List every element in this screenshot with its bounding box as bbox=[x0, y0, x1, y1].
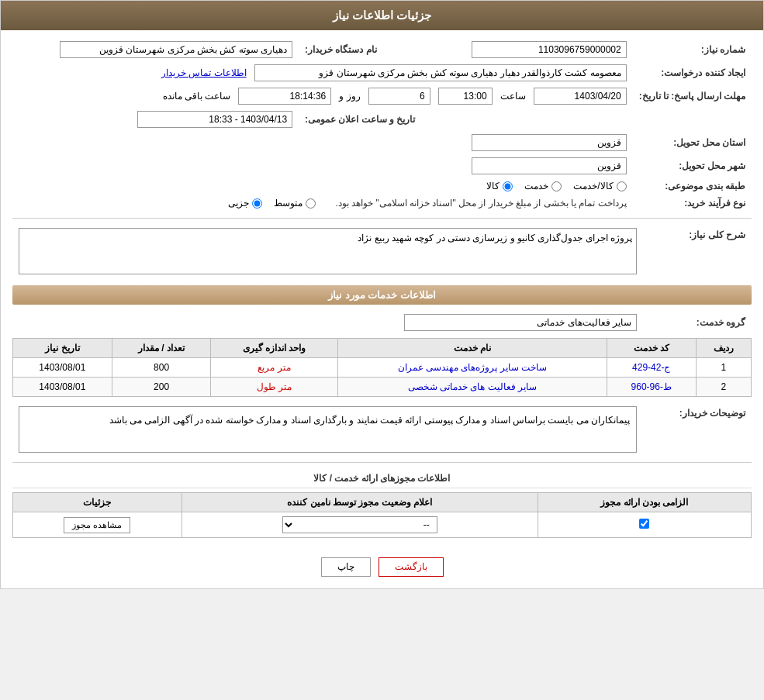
deadline-days: 6 bbox=[368, 88, 430, 105]
province-display: قزوین bbox=[472, 134, 627, 151]
creator-display: معصومه کشت کارذوالقدر دهیار دهیاری سوته … bbox=[254, 64, 627, 81]
services-section-title: اطلاعات خدمات مورد نیاز bbox=[12, 285, 752, 305]
license-table: الزامی بودن ارائه مجوز اعلام وضعیت مجوز … bbox=[12, 492, 752, 538]
city-display: قزوین bbox=[472, 157, 627, 174]
announcement-value: 1403/04/13 - 18:33 bbox=[12, 108, 299, 131]
deadline-row: 1403/04/20 ساعت 13:00 6 روز و 18:14:36 س… bbox=[12, 84, 633, 108]
license-required-cell bbox=[538, 512, 751, 538]
need-number-value: 1103096759000002 bbox=[437, 38, 632, 61]
buyer-notes-cell: پیمانکاران می بایست براساس اسناد و مدارک… bbox=[12, 403, 643, 456]
col-required: الزامی بودن ارائه مجوز bbox=[538, 493, 751, 512]
radio-kala-service[interactable]: کالا/خدمت bbox=[573, 181, 626, 191]
process-note: پرداخت تمام یا بخشی از مبلغ خریدار از مح… bbox=[335, 198, 626, 209]
view-license-button[interactable]: مشاهده مجوز bbox=[64, 517, 130, 533]
page-wrapper: جزئیات اطلاعات نیاز شماره نیاز: 11030967… bbox=[0, 0, 764, 589]
cell-unit: متر مربع bbox=[211, 358, 338, 378]
cell-num: 2 bbox=[696, 378, 751, 397]
col-service-code: کد خدمت bbox=[607, 339, 696, 358]
radio-kala-service-label: کالا/خدمت bbox=[573, 181, 613, 191]
buyer-notes-label: توضیحات خریدار: bbox=[643, 403, 752, 456]
main-content: شماره نیاز: 1103096759000002 نام دستگاه … bbox=[1, 30, 763, 546]
buyer-org-label: نام دستگاه خریدار: bbox=[299, 38, 421, 61]
deadline-remaining-label: ساعت باقی مانده bbox=[163, 91, 231, 102]
process-label: نوع فرآیند خرید: bbox=[633, 195, 752, 212]
radio-service[interactable]: خدمت bbox=[524, 181, 562, 191]
announcement-display: 1403/04/13 - 18:33 bbox=[137, 111, 292, 128]
description-table: شرح کلی نیاز: پروژه اجرای جدول‌گذاری کان… bbox=[12, 225, 752, 278]
cell-code: ج-42-429 bbox=[607, 358, 696, 378]
service-group-value: سایر فعالیت‌های خدماتی bbox=[12, 311, 643, 334]
deadline-label: مهلت ارسال پاسخ: تا تاریخ: bbox=[633, 84, 752, 108]
deadline-time: 13:00 bbox=[438, 88, 493, 105]
city-value: قزوین bbox=[12, 154, 633, 178]
cell-date: 1403/08/01 bbox=[13, 378, 112, 397]
buyer-org-value: دهیاری سوته کش بخش مرکزی شهرستان قزوین bbox=[12, 38, 299, 61]
cell-quantity: 200 bbox=[112, 378, 211, 397]
license-status-select[interactable]: -- bbox=[282, 516, 437, 533]
service-group-table: گروه خدمت: سایر فعالیت‌های خدماتی bbox=[12, 311, 752, 334]
radio-minor-label: جزیی bbox=[228, 198, 249, 209]
cell-unit: متر طول bbox=[211, 378, 338, 397]
cell-num: 1 bbox=[696, 358, 751, 378]
divider-1 bbox=[12, 218, 752, 219]
contact-link[interactable]: اطلاعات تماس خریدار bbox=[161, 67, 247, 78]
need-number-label: شماره نیاز: bbox=[633, 38, 752, 61]
cell-date: 1403/08/01 bbox=[13, 358, 112, 378]
license-row: -- مشاهده مجوز bbox=[13, 512, 752, 538]
creator-label: ایجاد کننده درخواست: bbox=[633, 61, 752, 84]
creator-value: معصومه کشت کارذوالقدر دهیار دهیاری سوته … bbox=[12, 61, 633, 84]
buyer-notes-text: پیمانکاران می بایست براساس اسناد و مدارک… bbox=[19, 406, 637, 453]
license-details-cell: مشاهده مجوز bbox=[13, 512, 182, 538]
col-details: جزئیات bbox=[13, 493, 182, 512]
cell-name: سایر فعالیت های خدماتی شخصی bbox=[337, 378, 607, 397]
col-quantity: تعداد / مقدار bbox=[112, 339, 211, 358]
radio-service-input[interactable] bbox=[551, 181, 562, 191]
service-group-display: سایر فعالیت‌های خدماتی bbox=[404, 314, 637, 331]
col-date: تاریخ نیاز bbox=[13, 339, 112, 358]
description-cell: پروژه اجرای جدول‌گذاری کانیو و زیرسازی د… bbox=[12, 225, 643, 278]
radio-kala[interactable]: کالا bbox=[486, 181, 513, 191]
col-unit: واحد اندازه گیری bbox=[211, 339, 338, 358]
col-row-num: ردیف bbox=[696, 339, 751, 358]
radio-medium[interactable]: متوسط bbox=[274, 198, 316, 209]
back-button[interactable]: بازگشت bbox=[379, 557, 444, 577]
deadline-date: 1403/04/20 bbox=[534, 88, 627, 105]
cell-quantity: 800 bbox=[112, 358, 211, 378]
province-value: قزوین bbox=[12, 131, 633, 154]
radio-service-label: خدمت bbox=[524, 181, 548, 191]
buyer-org-display: دهیاری سوته کش بخش مرکزی شهرستان قزوین bbox=[60, 41, 292, 58]
print-button[interactable]: چاپ bbox=[321, 557, 371, 577]
process-row: پرداخت تمام یا بخشی از مبلغ خریدار از مح… bbox=[12, 195, 633, 212]
radio-medium-label: متوسط bbox=[274, 198, 302, 209]
main-info-table: شماره نیاز: 1103096759000002 نام دستگاه … bbox=[12, 38, 752, 212]
license-sub-title: اطلاعات مجوزهای ارائه خدمت / کالا bbox=[12, 469, 752, 488]
license-required-checkbox[interactable] bbox=[639, 519, 649, 529]
category-row: کالا/خدمت خدمت کالا bbox=[12, 178, 633, 195]
notes-table: توضیحات خریدار: پیمانکاران می بایست براس… bbox=[12, 403, 752, 456]
services-table: ردیف کد خدمت نام خدمت واحد اندازه گیری ت… bbox=[12, 338, 752, 397]
announcement-label: تاریخ و ساعت اعلان عمومی: bbox=[299, 108, 421, 131]
city-label: شهر محل تحویل: bbox=[633, 154, 752, 178]
need-number-display: 1103096759000002 bbox=[472, 41, 627, 58]
category-label: طبقه بندی موضوعی: bbox=[633, 178, 752, 195]
description-text: پروژه اجرای جدول‌گذاری کانیو و زیرسازی د… bbox=[19, 228, 637, 274]
divider-2 bbox=[12, 462, 752, 463]
col-status: اعلام وضعیت مجوز توسط نامین کننده bbox=[181, 493, 538, 512]
description-label: شرح کلی نیاز: bbox=[643, 225, 752, 278]
cell-code: ط-96-960 bbox=[607, 378, 696, 397]
license-status-cell: -- bbox=[181, 512, 538, 538]
col-service-name: نام خدمت bbox=[337, 339, 607, 358]
radio-minor-input[interactable] bbox=[252, 198, 262, 209]
province-label: استان محل تحویل: bbox=[633, 131, 752, 154]
service-group-label: گروه خدمت: bbox=[643, 311, 752, 334]
radio-kala-input[interactable] bbox=[503, 181, 513, 191]
radio-medium-input[interactable] bbox=[306, 198, 316, 209]
page-header: جزئیات اطلاعات نیاز bbox=[1, 1, 763, 30]
radio-minor[interactable]: جزیی bbox=[228, 198, 262, 209]
deadline-remaining: 18:14:36 bbox=[238, 88, 331, 105]
deadline-time-label: ساعت bbox=[500, 91, 526, 102]
table-row: 2 ط-96-960 سایر فعالیت های خدماتی شخصی م… bbox=[13, 378, 752, 397]
radio-kala-service-input[interactable] bbox=[617, 181, 627, 191]
table-row: 1 ج-42-429 ساخت سایر پروژه‌های مهندسی عم… bbox=[13, 358, 752, 378]
cell-name: ساخت سایر پروژه‌های مهندسی عمران bbox=[337, 358, 607, 378]
